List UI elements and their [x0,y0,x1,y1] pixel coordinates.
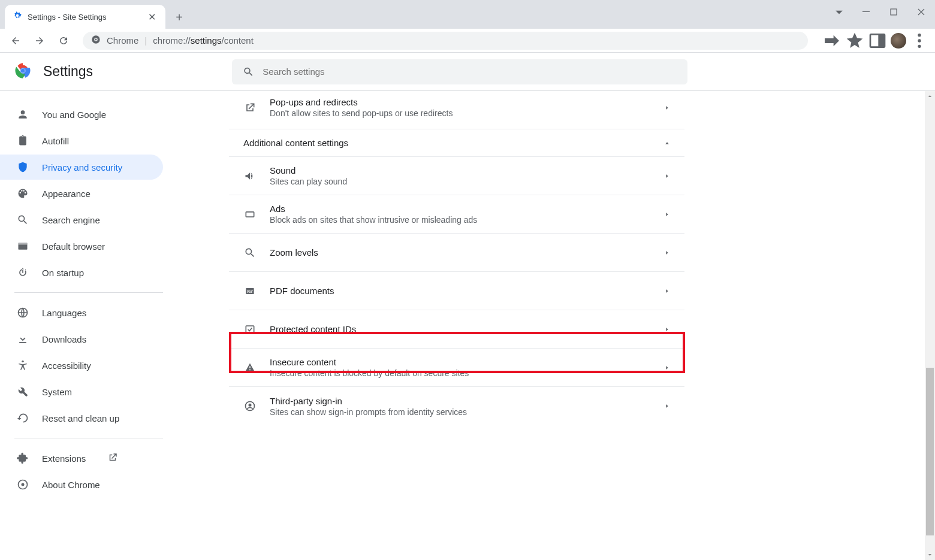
minimize-button[interactable] [852,2,880,22]
chevron-right-icon [664,324,670,335]
row-title: Sound [270,165,664,175]
extension-icon [17,452,29,464]
sidebar-item-label: Search engine [42,215,100,225]
settings-header: Settings [0,53,935,91]
tab-title: Settings - Site Settings [28,13,141,22]
accessibility-icon [17,359,29,371]
address-bar[interactable]: Chrome | chrome://settings/content [83,32,808,50]
sidebar-item-label: Languages [42,308,86,318]
sidebar-item-downloads[interactable]: Downloads [0,326,163,352]
chrome-logo-icon [14,62,31,81]
titlebar: Settings - Site Settings ✕ + [0,0,935,29]
popup-icon [243,102,257,114]
sidebar-item-label: About Chrome [42,480,100,490]
omnibox-url: chrome://settings/content [153,35,254,46]
row-sound[interactable]: SoundSites can play sound [229,157,684,195]
search-settings-box[interactable] [232,59,687,84]
sidebar-item-label: System [42,387,72,397]
sidebar-item-extensions[interactable]: Extensions [0,446,163,471]
row-insecure-content[interactable]: Insecure contentInsecure content is bloc… [229,349,684,387]
chevron-right-icon [664,209,670,220]
row-title: Ads [270,204,664,214]
bookmark-icon[interactable] [845,31,864,50]
shield-icon [17,161,29,173]
svg-point-17 [22,361,23,362]
close-window-button[interactable] [907,2,935,22]
sidebar-item-privacy-security[interactable]: Privacy and security [0,155,163,180]
protected-icon [243,323,257,335]
row-subtitle: Sites can play sound [270,177,664,186]
svg-rect-23 [246,326,254,333]
row-pdf[interactable]: PDF PDF documents [229,272,684,310]
side-panel-icon[interactable] [868,31,887,50]
vertical-scrollbar[interactable] [925,91,935,560]
sidebar-item-accessibility[interactable]: Accessibility [0,353,163,378]
sidebar-item-languages[interactable]: Languages [0,300,163,325]
sidebar-item-label: Privacy and security [42,162,122,172]
scrollbar-thumb[interactable] [926,368,934,535]
row-protected-content[interactable]: Protected content IDs [229,310,684,349]
sidebar-item-on-startup[interactable]: On startup [0,260,163,285]
settings-sidebar: You and Google Autofill Privacy and secu… [0,91,168,560]
sidebar-item-label: Extensions [42,453,86,464]
sidebar-item-search-engine[interactable]: Search engine [0,207,163,232]
sidebar-item-label: Downloads [42,334,86,344]
share-icon[interactable] [822,31,842,50]
tab-search-icon[interactable] [831,4,847,20]
sidebar-item-appearance[interactable]: Appearance [0,181,163,206]
row-title: Pop-ups and redirects [270,97,664,107]
scroll-up-icon[interactable] [925,91,935,101]
svg-point-7 [918,34,921,37]
browser-toolbar: Chrome | chrome://settings/content [0,29,935,53]
sidebar-item-label: On startup [42,268,84,278]
reload-button[interactable] [54,31,73,50]
svg-point-13 [21,68,25,72]
sidebar-item-you-and-google[interactable]: You and Google [0,102,163,127]
warning-icon [243,362,257,374]
sidebar-item-about[interactable]: About Chrome [0,472,163,497]
sidebar-item-reset[interactable]: Reset and clean up [0,405,163,431]
chevron-right-icon [664,401,670,411]
zoom-icon [243,247,257,259]
browser-tab[interactable]: Settings - Site Settings ✕ [5,5,165,29]
menu-icon[interactable] [910,31,929,50]
row-popups[interactable]: Pop-ups and redirectsDon't allow sites t… [229,91,684,129]
sidebar-item-system[interactable]: System [0,379,163,404]
globe-icon [17,307,29,319]
person-icon [17,108,29,120]
search-icon [243,66,254,78]
svg-point-4 [95,38,97,40]
maximize-button[interactable] [880,2,907,22]
power-icon [17,267,29,279]
open-external-icon [107,452,118,465]
chevron-right-icon [664,102,670,113]
svg-point-19 [22,483,25,486]
back-button[interactable] [6,31,25,50]
browser-icon [17,240,29,252]
sidebar-item-autofill[interactable]: Autofill [0,128,163,153]
scroll-down-icon[interactable] [925,550,935,560]
sidebar-divider [14,292,163,293]
download-icon [17,333,29,345]
chevron-right-icon [664,171,670,181]
row-zoom[interactable]: Zoom levels [229,234,684,272]
sidebar-item-label: Reset and clean up [42,413,119,423]
svg-rect-0 [862,11,870,12]
ads-icon [243,208,257,220]
new-tab-button[interactable]: + [170,8,188,26]
profile-avatar[interactable] [891,33,906,49]
omnibox-scheme-label: Chrome [107,35,138,46]
sidebar-item-default-browser[interactable]: Default browser [0,234,163,259]
section-title: Additional content settings [243,138,348,148]
forward-button[interactable] [30,31,49,50]
row-title: PDF documents [270,286,664,296]
row-ads[interactable]: AdsBlock ads on sites that show intrusiv… [229,195,684,234]
sound-icon [243,170,257,182]
wrench-icon [17,386,29,398]
sidebar-item-label: Accessibility [42,361,91,371]
close-tab-icon[interactable]: ✕ [146,10,158,24]
search-input[interactable] [263,66,677,77]
row-third-party-signin[interactable]: Third-party sign-inSites can show sign-i… [229,387,684,425]
sidebar-item-label: Autofill [42,136,69,146]
section-additional-content[interactable]: Additional content settings [229,129,684,157]
